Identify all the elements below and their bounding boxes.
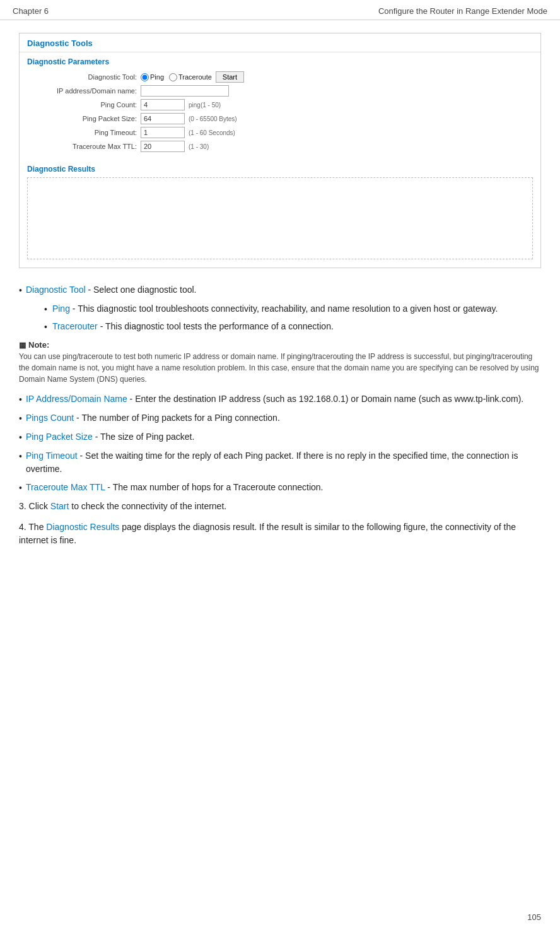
note-text: You can use ping/traceroute to test both… [19, 351, 541, 385]
item3-prefix: 3. Click [19, 501, 50, 511]
highlight-ttl: Traceroute Max TTL [26, 482, 105, 492]
item3-link: Start [50, 501, 69, 511]
bullet-content-1: Diagnostic Tool - Select one diagnostic … [26, 283, 541, 297]
radio-traceroute-label[interactable]: Traceroute [169, 73, 212, 81]
form-row-packet-size: Ping Packet Size: (0 - 65500 Bytes) [27, 113, 533, 124]
form-row-max-ttl: Traceroute Max TTL: (1 - 30) [27, 141, 533, 152]
bullet-ping-packet-size: • Ping Packet Size - The size of Ping pa… [19, 430, 541, 444]
bullet-ping-timeout: • Ping Timeout - Set the waiting time fo… [19, 449, 541, 476]
bullet-dot-ip: • [19, 393, 22, 406]
sub-dot-ping: • [44, 303, 47, 316]
sub-content-ping: Ping - This diagnostic tool troubleshoot… [52, 302, 541, 316]
bullet-pings-count: • Pings Count - The number of Ping packe… [19, 411, 541, 425]
bullet-content-pt: Ping Timeout - Set the waiting time for … [26, 449, 541, 476]
ping-timeout-input-area: (1 - 60 Seconds) [141, 127, 235, 138]
max-ttl-label: Traceroute Max TTL: [27, 143, 141, 150]
radio-ping-label[interactable]: Ping [141, 73, 164, 81]
bullet-content-ip: IP Address/Domain Name - Enter the desti… [26, 392, 541, 406]
form-row-ip: IP address/Domain name: [27, 85, 533, 97]
bullet-traceroute-ttl: • Traceroute Max TTL - The max number of… [19, 481, 541, 495]
main-content: Diagnostic Tools Diagnostic Parameters D… [0, 20, 560, 574]
radio-ping[interactable] [141, 73, 149, 81]
form-row-tool: Diagnostic Tool: Ping Traceroute Start [27, 71, 533, 83]
sub-bullet-tracerouter: • Tracerouter - This diagnostic tool tes… [44, 320, 541, 334]
ping-count-label: Ping Count: [27, 101, 141, 109]
highlight-diagnostic-tool: Diagnostic Tool [26, 285, 86, 295]
item3-suffix: to check the connectivity of the interne… [69, 501, 226, 511]
page-number: 105 [527, 912, 541, 922]
form-row-ping-timeout: Ping Timeout: (1 - 60 Seconds) [27, 127, 533, 138]
bullet-content-pps: Ping Packet Size - The size of Ping pack… [26, 430, 541, 444]
highlight-ping: Ping [52, 304, 70, 314]
start-button[interactable]: Start [216, 71, 244, 83]
bullet-content-pings: Pings Count - The number of Ping packets… [26, 411, 541, 425]
diagnostic-params-title: Diagnostic Parameters [27, 57, 533, 66]
radio-group-tool: Ping Traceroute [141, 73, 212, 81]
highlight-tracerouter: Tracerouter [52, 321, 98, 331]
diagnostic-params-section: Diagnostic Parameters Diagnostic Tool: P… [20, 52, 540, 161]
ip-input-area [141, 85, 229, 97]
bullet-dot-pt: • [19, 450, 22, 463]
ip-input[interactable] [141, 85, 229, 97]
max-ttl-input-area: (1 - 30) [141, 141, 209, 152]
highlight-pt: Ping Timeout [26, 451, 78, 461]
diagnostic-results-title: Diagnostic Results [27, 165, 533, 174]
note-icon: ▩ [19, 341, 26, 350]
highlight-ip: IP Address/Domain Name [26, 394, 127, 404]
bullet-text-diagnostic-tool: - Select one diagnostic tool. [86, 285, 197, 295]
bullet-ip-address: • IP Address/Domain Name - Enter the des… [19, 392, 541, 406]
bullet-dot-1: • [19, 284, 22, 297]
radio-traceroute[interactable] [169, 73, 177, 81]
sub-dot-tracerouter: • [44, 321, 47, 334]
section-title: Configure the Router in Range Extender M… [378, 6, 547, 16]
radio-traceroute-text: Traceroute [178, 73, 212, 81]
results-textarea[interactable] [27, 177, 533, 259]
bullet-text-pings: - The number of Ping packets for a Ping … [74, 413, 280, 423]
sub-content-tracerouter: Tracerouter - This diagnostic tool tests… [52, 320, 541, 333]
item4-prefix: 4. The [19, 522, 46, 532]
highlight-pings: Pings Count [26, 413, 74, 423]
page-header: Chapter 6 Configure the Router in Range … [0, 0, 560, 20]
note-block: ▩ Note: You can use ping/traceroute to t… [19, 340, 541, 385]
radio-ping-text: Ping [150, 73, 164, 81]
packet-size-input-area: (0 - 65500 Bytes) [141, 113, 237, 124]
ping-count-input-area: ping(1 - 50) [141, 99, 221, 110]
diagnostic-tools-title: Diagnostic Tools [20, 33, 540, 52]
packet-size-input[interactable] [141, 113, 185, 124]
sub-bullet-ping: • Ping - This diagnostic tool troublesho… [44, 302, 541, 316]
page-footer: 105 [527, 912, 541, 922]
ping-count-input[interactable] [141, 99, 185, 110]
note-title-text: Note: [28, 340, 49, 350]
ping-count-hint: ping(1 - 50) [189, 102, 221, 109]
form-row-ping-count: Ping Count: ping(1 - 50) [27, 99, 533, 110]
diagnostic-tools-box: Diagnostic Tools Diagnostic Parameters D… [19, 33, 541, 268]
bullet-dot-pps: • [19, 431, 22, 444]
diagnostic-results-section: Diagnostic Results [20, 161, 540, 268]
bullet-dot-pings: • [19, 412, 22, 425]
ping-timeout-hint: (1 - 60 Seconds) [189, 129, 235, 136]
bullet-dot-ttl: • [19, 481, 22, 495]
ping-timeout-input[interactable] [141, 127, 185, 138]
bullet-text-pps: - The size of Ping packet. [93, 432, 195, 442]
bullet-content-ttl: Traceroute Max TTL - The max number of h… [26, 481, 541, 494]
sub-bullets: • Ping - This diagnostic tool troublesho… [44, 302, 541, 334]
max-ttl-input[interactable] [141, 141, 185, 152]
ip-label: IP address/Domain name: [27, 87, 141, 95]
note-title: ▩ Note: [19, 340, 541, 350]
bullet-text-pt: - Set the waiting time for the reply of … [26, 451, 518, 474]
bullet-text-ttl: - The max number of hops for a Tracerout… [105, 482, 323, 492]
sub-text-ping: - This diagnostic tool troubleshoots con… [70, 304, 498, 314]
item4-link: Diagnostic Results [46, 522, 119, 532]
bullet-text-ip: - Enter the destination IP address (such… [127, 394, 523, 404]
max-ttl-hint: (1 - 30) [189, 143, 209, 150]
packet-size-hint: (0 - 65500 Bytes) [189, 115, 237, 122]
sub-text-tracerouter: - This diagnostic tool tests the perform… [98, 321, 334, 331]
chapter-title: Chapter 6 [13, 6, 49, 16]
numbered-item-3: 3. Click Start to check the connectivity… [19, 500, 541, 513]
bullet-diagnostic-tool: • Diagnostic Tool - Select one diagnosti… [19, 283, 541, 297]
packet-size-label: Ping Packet Size: [27, 115, 141, 122]
ping-timeout-label: Ping Timeout: [27, 129, 141, 136]
tool-label: Diagnostic Tool: [27, 73, 141, 81]
highlight-pps: Ping Packet Size [26, 432, 93, 442]
tool-input-area: Ping Traceroute Start [141, 71, 244, 83]
